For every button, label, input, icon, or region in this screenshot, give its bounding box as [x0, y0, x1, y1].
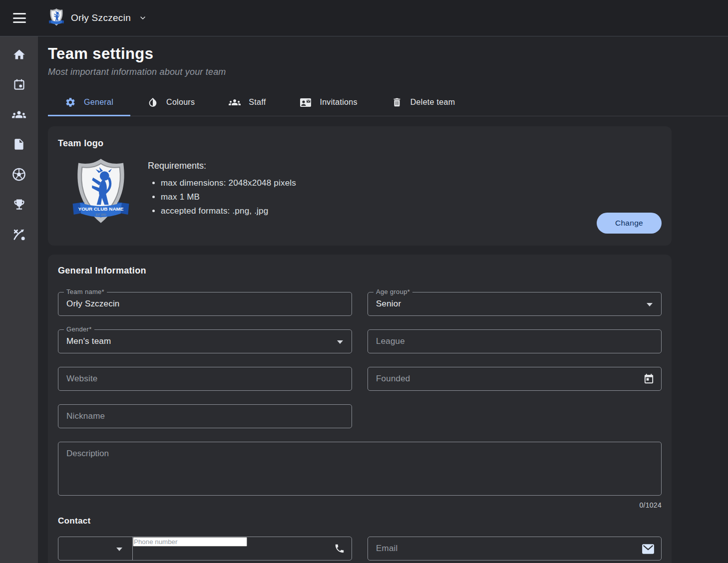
logo-requirements: Requirements: max dimensions: 2048x2048 …: [148, 161, 296, 226]
team-name-field[interactable]: Team name*: [58, 292, 352, 316]
team-members-icon[interactable]: [12, 107, 26, 121]
colour-drop-icon: [147, 97, 158, 108]
dropdown-arrow-icon: [337, 340, 343, 344]
main-content: Team settings Most important information…: [48, 45, 728, 563]
age-group-label: Age group*: [373, 288, 412, 295]
home-icon[interactable]: [12, 47, 26, 61]
tab-colours-label: Colours: [166, 98, 195, 107]
matches-icon[interactable]: [12, 167, 26, 181]
team-name-label: Team name*: [64, 288, 107, 295]
phone-icon: [334, 543, 345, 556]
age-group-select[interactable]: Age group* Senior: [367, 292, 662, 316]
nickname-input[interactable]: [58, 405, 352, 428]
website-input[interactable]: [58, 367, 352, 390]
tactics-icon[interactable]: [12, 227, 26, 241]
dropdown-arrow-icon: [647, 303, 653, 306]
contact-card-icon: [300, 96, 312, 108]
chevron-down-icon: [140, 15, 146, 21]
tab-colours[interactable]: Colours: [130, 88, 212, 116]
email-field[interactable]: [367, 537, 662, 561]
team-logo-heading: Team logo: [58, 138, 662, 149]
league-input[interactable]: [368, 330, 661, 353]
tab-invitations[interactable]: Invitations: [283, 88, 374, 116]
age-group-value: Senior: [368, 292, 661, 315]
country-code-select[interactable]: [58, 537, 133, 560]
team-selector-label: Orły Szczecin: [71, 12, 131, 23]
documents-icon[interactable]: [12, 137, 26, 151]
tab-general[interactable]: General: [48, 88, 130, 116]
trash-icon: [391, 97, 402, 108]
change-logo-button[interactable]: Change: [597, 213, 662, 234]
website-field[interactable]: [58, 367, 352, 391]
phone-field-group: [58, 537, 352, 561]
page-subtitle: Most important information about your te…: [48, 67, 728, 77]
tab-delete-team-label: Delete team: [410, 98, 455, 107]
team-logo-card: Team logo: [48, 126, 672, 246]
email-input[interactable]: [368, 537, 661, 560]
description-textarea[interactable]: [58, 442, 662, 496]
tab-invitations-label: Invitations: [320, 98, 357, 107]
dropdown-arrow-icon: [116, 548, 122, 551]
founded-field[interactable]: [367, 367, 662, 391]
requirement-item: max dimensions: 2048x2048 pixels: [161, 178, 296, 188]
gender-value: Men's team: [58, 330, 352, 353]
contact-heading: Contact: [58, 516, 662, 526]
competitions-icon[interactable]: [12, 197, 26, 211]
phone-number-input[interactable]: [133, 537, 247, 547]
hamburger-menu-icon[interactable]: [13, 13, 26, 23]
description-char-counter: 0/1024: [58, 501, 662, 509]
phone-number-field[interactable]: [133, 537, 352, 560]
requirement-item: accepted formats: .png, .jpg: [161, 206, 296, 216]
gender-label: Gender*: [64, 325, 94, 333]
league-field[interactable]: [367, 329, 662, 353]
general-information-form: Team name* Age group* Senior Gender* Men…: [58, 292, 662, 428]
team-badge-logo: [48, 8, 65, 28]
tab-delete-team[interactable]: Delete team: [374, 88, 472, 116]
general-information-card: General Information Team name* Age group…: [48, 255, 672, 563]
topbar: Orły Szczecin: [0, 0, 728, 36]
club-crest-image: YOUR CLUB NAME EST 1900: [69, 157, 133, 226]
staff-people-icon: [229, 96, 241, 108]
requirements-title: Requirements:: [148, 161, 296, 171]
team-selector[interactable]: Orły Szczecin: [48, 8, 146, 28]
crest-est-text: EST 1900: [96, 214, 106, 216]
tab-staff-label: Staff: [249, 98, 266, 107]
gender-select[interactable]: Gender* Men's team: [58, 329, 352, 353]
founded-input[interactable]: [368, 367, 661, 390]
tab-general-label: General: [84, 98, 113, 107]
nickname-field[interactable]: [58, 404, 352, 428]
sidebar-nav: [0, 36, 38, 563]
page-title: Team settings: [48, 45, 728, 63]
email-envelope-icon: [642, 543, 655, 557]
settings-tabs: General Colours Staff Invitations Delete…: [48, 88, 728, 116]
requirement-item: max 1 MB: [161, 192, 296, 202]
calendar-picker-icon[interactable]: [643, 373, 655, 387]
gear-icon: [65, 97, 76, 108]
general-information-heading: General Information: [58, 266, 662, 276]
crest-club-name-text: YOUR CLUB NAME: [78, 206, 124, 212]
tab-staff[interactable]: Staff: [212, 88, 283, 116]
team-name-input[interactable]: [58, 292, 352, 315]
calendar-icon[interactable]: [12, 77, 26, 91]
